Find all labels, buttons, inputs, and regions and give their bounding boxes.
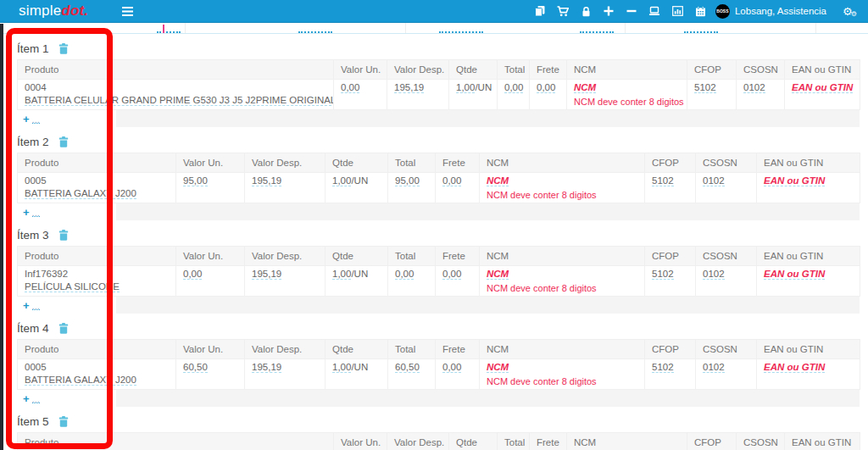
frete-field[interactable]: 0,00 [537,82,555,93]
column-header: Produto [18,153,176,173]
add-product-link[interactable]: +... [17,206,40,219]
cropped-field[interactable] [684,26,718,33]
item-data-row: 0005 BATTERIA GALAXY J200 95,00 195,19 1… [18,173,860,203]
ncm-field[interactable]: NCM [487,362,509,373]
ncm-field[interactable]: NCM [574,82,596,93]
column-header: Valor Desp. [245,247,326,266]
valor-un-field[interactable]: 95,00 [183,175,208,186]
item-table: ProdutoValor Un.Valor Desp.QtdeTotalFret… [17,246,860,297]
frete-field[interactable]: 0,00 [442,269,461,280]
calendar-icon[interactable] [689,0,712,23]
qtde-field[interactable]: 1,00 [456,82,475,93]
item-section-2: Ítem 2 ProdutoValor Un.Valor Desp.QtdeTo… [17,135,868,220]
produto-code: 0004 [25,82,326,93]
total-field[interactable]: 60,50 [395,362,420,373]
add-product-link[interactable]: +... [17,299,40,312]
item-data-row: 0004 BATTERIA CELULAR GRAND PRIME G530 J… [18,80,860,110]
user-avatar[interactable]: BOSS [715,4,730,19]
valor-un-field[interactable]: 60,50 [183,362,208,373]
column-header: EAN ou GTIN [757,340,860,359]
column-header: Qtde [326,153,388,173]
cropped-field[interactable] [157,26,181,33]
column-header: CSOSN [737,433,785,450]
cropped-field[interactable] [298,26,332,33]
column-header: NCM [480,247,645,266]
produto-cell: 0004 BATTERIA CELULAR GRAND PRIME G530 J… [18,80,334,110]
hamburger-menu-icon[interactable] [122,7,133,16]
ncm-error: NCM deve conter 8 digitos [487,190,637,201]
column-header: Produto [18,340,176,359]
trash-icon[interactable] [58,416,69,427]
valor-desp-field[interactable]: 195,19 [252,269,281,280]
trash-icon[interactable] [58,43,69,54]
frete-field[interactable]: 0,00 [442,362,461,373]
plus-icon[interactable] [598,0,620,23]
chart-icon[interactable] [666,0,689,23]
produto-name-field[interactable]: PELÍCULA SILICONE [25,281,120,292]
minus-icon[interactable] [620,0,643,23]
total-field[interactable]: 95,00 [395,175,420,186]
ean-field[interactable]: EAN ou GTIN [764,175,825,186]
csosn-field[interactable]: 0102 [703,269,725,280]
qtde-field[interactable]: 1,00 [332,362,351,373]
produto-name-field[interactable]: BATTERIA GALAXY J200 [25,188,136,199]
app-logo[interactable]: simpledot. [0,3,110,19]
column-header: Produto [18,433,334,450]
valor-un-field[interactable]: 0,00 [183,269,202,280]
total-field[interactable]: 0,00 [395,269,414,280]
cfop-field[interactable]: 5102 [694,82,716,93]
cfop-field[interactable]: 5102 [652,175,674,186]
laptop-icon[interactable] [643,0,666,23]
valor-desp-field[interactable]: 195,19 [394,82,424,93]
produto-code: 0005 [25,175,169,186]
produto-cell: 0005 BATTERIA GALAXY J200 [18,173,176,203]
add-product-link[interactable]: +... [17,113,40,125]
cfop-field[interactable]: 5102 [652,362,674,373]
ncm-field[interactable]: NCM [487,269,509,280]
valor-desp-field[interactable]: 195,19 [252,175,281,186]
add-product-link[interactable]: +... [17,392,40,405]
cropped-field[interactable] [439,26,483,33]
column-header: Frete [530,60,567,80]
csosn-field[interactable]: 0102 [743,82,765,93]
item-table: ProdutoValor Un.Valor Desp.QtdeTotalFret… [17,339,860,390]
add-row-filler [116,203,860,220]
trash-icon[interactable] [58,136,69,147]
valor-desp-field[interactable]: 195,19 [252,362,281,373]
cropped-field[interactable] [580,26,614,33]
produto-cell: Inf176392 PELÍCULA SILICONE [18,266,176,297]
column-header: EAN ou GTIN [785,433,860,450]
column-header: NCM [480,153,645,173]
total-field[interactable]: 0,00 [504,82,523,93]
qtde-field[interactable]: 1,00 [332,175,351,186]
produto-code: Inf176392 [25,269,169,280]
produto-cell: 0005 BATTERIA GALAXY J200 [18,359,176,390]
qtde-field[interactable]: 1,00 [332,269,351,280]
column-header: CFOP [645,340,696,359]
frete-field[interactable]: 0,00 [442,175,461,186]
csosn-field[interactable]: 0102 [703,362,725,373]
ean-field[interactable]: EAN ou GTIN [764,362,825,373]
produto-name-field[interactable]: BATTERIA CELULAR GRAND PRIME G530 J3 J5 … [25,95,334,106]
trash-icon[interactable] [58,323,69,334]
add-row: +... [17,110,860,127]
produto-name-field[interactable]: BATTERIA GALAXY J200 [25,375,136,386]
ean-field[interactable]: EAN ou GTIN [792,82,853,93]
cogs-icon[interactable]: ⚙⚙ [838,0,861,23]
copy-icon[interactable] [529,0,552,23]
item-title: Ítem 1 [17,42,49,55]
ean-field[interactable]: EAN ou GTIN [764,269,825,280]
cfop-field[interactable]: 5102 [652,269,674,280]
column-header: Valor Un. [334,433,387,450]
user-name[interactable]: Lobsang, Assistencia [735,6,826,16]
qtde-unit: /UN [351,175,368,186]
cart-icon[interactable] [552,0,575,23]
valor-un-field[interactable]: 0,00 [341,82,359,93]
trash-icon[interactable] [58,230,69,241]
column-header: Total [388,153,436,173]
lock-icon[interactable] [575,0,598,23]
add-row-filler [116,110,860,127]
csosn-field[interactable]: 0102 [703,175,725,186]
item-table: ProdutoValor Un.Valor Desp.QtdeTotalFret… [17,432,860,450]
ncm-field[interactable]: NCM [487,175,509,186]
